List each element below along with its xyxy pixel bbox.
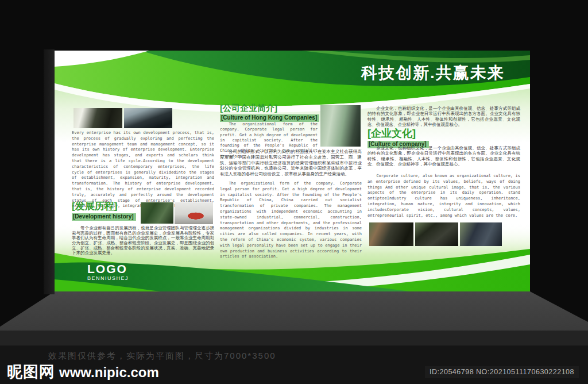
left-top-photos xyxy=(74,108,172,128)
site-watermark: 昵图网 www.nipic.com xyxy=(7,362,159,382)
glass-office-corridor-photo xyxy=(320,105,361,147)
red-car-garage-photo xyxy=(175,202,213,224)
dark-building-photo-1 xyxy=(369,222,413,246)
green-bus-photo xyxy=(141,202,173,224)
company-logo: LOGO BENNIUSHEJ xyxy=(87,263,129,281)
left-body-chinese: 每个企业都有自己的发展历程，也就是企业管理团队与管理理念逐步摸索与完善的过程，因… xyxy=(72,226,214,256)
board-title: 科技创新.共赢未来 xyxy=(361,62,505,84)
middle-english-2: The organizational form of the company. … xyxy=(220,181,362,260)
image-id-badge: ID:20546798 NO:20210511170630222108 xyxy=(425,366,579,378)
board-side-wall xyxy=(44,49,55,294)
development-photos xyxy=(141,202,213,224)
company-profile-heading: [公司企业简介] [Culture of Hong Kong Companies… xyxy=(220,103,319,122)
middle-body-chinese: 公司的组织形式，以营利为目的的社团法人，在资本主义社会获得高度发展。中国在建国后… xyxy=(220,149,362,177)
heading-cn: [公司企业简介] xyxy=(220,103,319,112)
scene: 科技创新.共赢未来 LOGO BENNIUSHEJ Every enterpri… xyxy=(0,0,588,384)
right-body-chinese-2: 企业文化，也称组织文化，是一个企业由其价值观、信念、处事方式等组成的特有的文化形… xyxy=(368,145,520,167)
stage-front-strip xyxy=(0,331,588,345)
dark-building-photo-2 xyxy=(415,222,458,246)
office-entrance-photo xyxy=(74,108,122,128)
site-url: www.nipic.com xyxy=(59,364,159,381)
heading-cn: [企业文化] xyxy=(368,128,429,139)
right-body-chinese-1: 企业文化，也称组织文化，是一个企业由其价值观、信念、处事方式等组成的特有的文化形… xyxy=(368,106,520,128)
heading-en: [Development history] xyxy=(72,213,136,221)
heading-cn: [发展历程] xyxy=(72,201,136,211)
dark-building-photo-3 xyxy=(460,222,502,246)
left-intro-english: Every enterprise has its own development… xyxy=(72,130,214,209)
display-board: 科技创新.共赢未来 LOGO BENNIUSHEJ Every enterpri… xyxy=(55,51,530,291)
logo-subtext: BENNIUSHEJ xyxy=(87,276,129,281)
heading-en: [Culture of Hong Kong Companies] xyxy=(220,114,319,122)
stage-floor xyxy=(0,291,588,331)
logo-text: LOGO xyxy=(87,263,129,275)
right-english: Corporate culture, also known as organiz… xyxy=(368,174,520,218)
site-name-logo: 昵图网 xyxy=(7,362,55,382)
mockup-disclaimer: 效果图仅供参考，实际为平面图，尺寸为7000*3500 xyxy=(48,351,276,362)
modern-building-photo xyxy=(124,108,172,128)
right-bottom-photos xyxy=(369,222,502,246)
development-history-heading: [发展历程] [Development history] xyxy=(72,201,136,221)
